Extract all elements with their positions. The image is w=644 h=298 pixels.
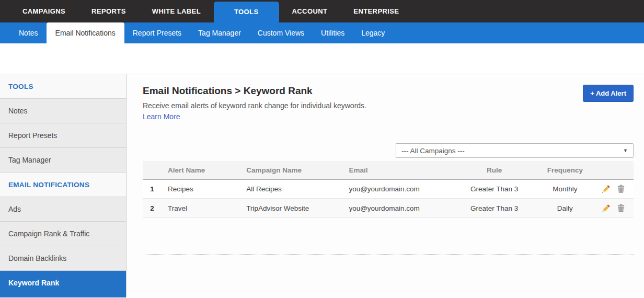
sidebar-item-domain-backlinks[interactable]: Domain Backlinks [0, 246, 126, 271]
row-number: 2 [143, 199, 162, 218]
top-nav-white-label[interactable]: WHITE LABEL [139, 0, 214, 22]
sidebar-item-report-presets[interactable]: Report Presets [0, 123, 126, 148]
cell-frequency: Monthly [536, 179, 594, 199]
cell-rule: Greater Than 3 [453, 199, 536, 218]
cell-frequency: Daily [536, 199, 594, 218]
table-header-row: Alert Name Campaign Name Email Rule Freq… [143, 162, 634, 179]
top-nav-reports[interactable]: REPORTS [78, 0, 139, 22]
col-header-num [143, 162, 162, 179]
filter-row: --- All Campaigns --- ▼ [143, 143, 634, 158]
campaign-filter-value: --- All Campaigns --- [401, 147, 465, 155]
header-spacer [0, 43, 644, 74]
col-header-rule: Rule [453, 162, 536, 179]
cell-rule: Greater Than 3 [453, 179, 536, 199]
cell-campaign-name: All Recipes [240, 179, 342, 199]
sub-nav-custom-views[interactable]: Custom Views [249, 22, 313, 43]
campaign-filter-select[interactable]: --- All Campaigns --- ▼ [396, 143, 634, 158]
top-nav-enterprise[interactable]: ENTERPRISE [340, 0, 412, 22]
trash-icon[interactable] [617, 185, 625, 193]
sub-nav-email-notifications[interactable]: Email Notifications [47, 22, 124, 47]
cell-alert-name: Travel [162, 199, 240, 218]
cell-actions [594, 199, 634, 218]
top-nav: CAMPAIGNS REPORTS WHITE LABEL TOOLS ACCO… [0, 0, 644, 22]
cell-alert-name: Recipes [162, 179, 240, 199]
sidebar-item-tag-manager[interactable]: Tag Manager [0, 148, 126, 173]
col-header-campaign-name: Campaign Name [240, 162, 342, 179]
pencil-icon[interactable] [602, 204, 611, 212]
content-area: Email Notifications > Keyword Rank Recei… [126, 74, 644, 297]
top-nav-campaigns[interactable]: CAMPAIGNS [9, 0, 78, 22]
col-header-actions [594, 162, 634, 179]
pencil-icon[interactable] [602, 185, 611, 193]
cell-actions [594, 179, 634, 199]
sub-nav-legacy[interactable]: Legacy [353, 22, 393, 43]
sidebar-item-campaign-rank-traffic[interactable]: Campaign Rank & Traffic [0, 222, 126, 246]
page-description: Receive email alerts of keyword rank cha… [143, 101, 634, 110]
table-row: 1 Recipes All Recipes you@yourdomain.com… [143, 179, 634, 199]
row-number: 1 [143, 179, 162, 199]
page-title: Email Notifications > Keyword Rank [143, 85, 634, 97]
cell-campaign-name: TripAdvisor Website [240, 199, 342, 218]
sidebar-section-tools: TOOLS [0, 74, 126, 99]
table-row: 2 Travel TripAdvisor Website you@yourdom… [143, 199, 634, 218]
sub-nav-utilities[interactable]: Utilities [313, 22, 353, 43]
col-header-email: Email [342, 162, 452, 179]
top-nav-tools[interactable]: TOOLS [214, 2, 279, 22]
sidebar-section-email-notifications: EMAIL NOTIFICATIONS [0, 173, 126, 197]
sub-nav-notes[interactable]: Notes [10, 22, 47, 43]
col-header-frequency: Frequency [536, 162, 594, 179]
sub-nav-tag-manager[interactable]: Tag Manager [190, 22, 249, 43]
top-nav-account[interactable]: ACCOUNT [279, 0, 341, 22]
sidebar-item-notes[interactable]: Notes [0, 99, 126, 123]
sidebar: TOOLS Notes Report Presets Tag Manager E… [0, 74, 126, 297]
col-header-alert-name: Alert Name [162, 162, 240, 179]
main-region: TOOLS Notes Report Presets Tag Manager E… [0, 74, 644, 297]
sub-nav-report-presets[interactable]: Report Presets [124, 22, 190, 43]
trash-icon[interactable] [617, 204, 625, 212]
learn-more-link[interactable]: Learn More [143, 112, 180, 121]
dotted-divider [143, 254, 634, 255]
cell-email: you@yourdomain.com [342, 179, 452, 199]
alerts-table: Alert Name Campaign Name Email Rule Freq… [143, 162, 634, 218]
sub-nav: Notes Email Notifications Report Presets… [0, 22, 644, 43]
sidebar-item-ads[interactable]: Ads [0, 197, 126, 222]
add-alert-button[interactable]: + Add Alert [583, 85, 634, 102]
chevron-down-icon: ▼ [623, 148, 628, 153]
sidebar-item-keyword-rank[interactable]: Keyword Rank [0, 271, 126, 297]
cell-email: you@yourdomain.com [342, 199, 452, 218]
